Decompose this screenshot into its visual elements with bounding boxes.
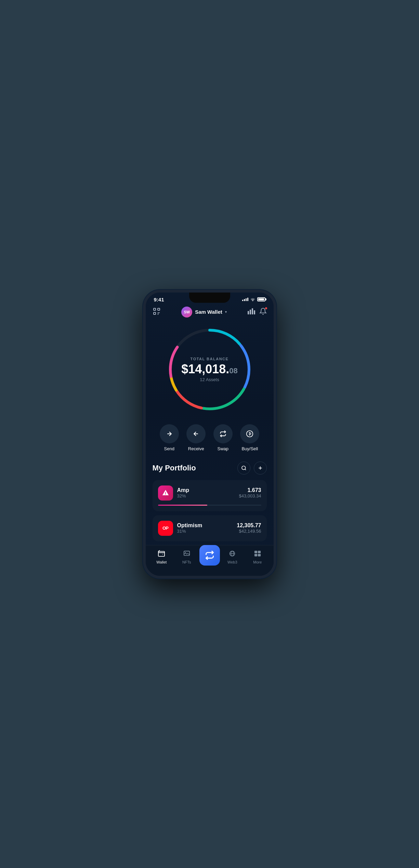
wallet-nav-label: Wallet (156, 560, 167, 564)
svg-rect-2 (154, 312, 156, 314)
nfts-nav-label: NFTs (182, 560, 191, 564)
portfolio-header: My Portfolio (153, 462, 267, 475)
nav-item-center[interactable] (199, 545, 220, 569)
avatar: SW (181, 307, 192, 318)
web3-nav-label: Web3 (227, 560, 237, 564)
nav-item-wallet[interactable]: Wallet (149, 550, 174, 564)
asset-card-amp[interactable]: Amp 32% 1.673 $43,003.34 (153, 480, 267, 511)
amp-icon (158, 485, 173, 501)
optimism-icon: OP (158, 521, 173, 536)
portfolio-title: My Portfolio (153, 464, 196, 472)
more-nav-icon (254, 550, 261, 559)
svg-rect-0 (154, 308, 156, 310)
asset-right-optimism: 12,305.77 $42,149.56 (237, 522, 261, 534)
asset-value-amp: $43,003.34 (239, 493, 261, 498)
asset-info-optimism: Optimism 31% (177, 522, 202, 534)
portfolio-add-button[interactable] (254, 462, 267, 475)
svg-rect-35 (254, 554, 257, 556)
svg-rect-7 (250, 310, 251, 314)
buysell-label: Buy/Sell (241, 446, 258, 451)
send-icon (160, 424, 179, 443)
amp-progress-bar-container (158, 505, 261, 506)
center-action-button[interactable] (199, 545, 220, 566)
asset-right-amp: 1.673 $43,003.34 (239, 487, 261, 498)
asset-name-optimism: Optimism (177, 522, 202, 529)
svg-rect-8 (252, 308, 253, 314)
chart-icon[interactable] (248, 308, 255, 316)
svg-rect-3 (158, 312, 159, 313)
balance-text: TOTAL BALANCE $14,018.08 12 Assets (181, 357, 238, 382)
notch (189, 293, 230, 303)
asset-amount-amp: 1.673 (239, 487, 261, 493)
wallet-nav-icon (158, 550, 165, 559)
buysell-button[interactable]: Buy/Sell (240, 424, 259, 451)
swap-icon (213, 424, 233, 443)
asset-info-amp: Amp 32% (177, 487, 189, 498)
svg-rect-34 (258, 550, 261, 553)
nav-item-nfts[interactable]: NFTs (174, 550, 199, 564)
notification-dot (265, 307, 267, 310)
balance-main: $14,018. (181, 362, 229, 376)
asset-row-amp: Amp 32% 1.673 $43,003.34 (158, 485, 261, 501)
balance-amount: $14,018.08 (181, 362, 238, 376)
battery-icon (257, 297, 265, 301)
scan-icon[interactable] (153, 307, 161, 317)
portfolio-section: My Portfolio (146, 462, 274, 541)
send-button[interactable]: Send (160, 424, 179, 451)
asset-pct-amp: 32% (177, 493, 189, 498)
web3-nav-icon (228, 550, 236, 559)
action-buttons: Send Receive (146, 421, 274, 462)
chevron-down-icon: ▾ (225, 310, 227, 314)
phone-frame: 9:41 (143, 290, 276, 579)
svg-rect-4 (159, 312, 160, 313)
nav-item-more[interactable]: More (245, 550, 270, 564)
svg-point-26 (165, 494, 166, 494)
notification-bell[interactable] (259, 308, 267, 316)
svg-rect-33 (254, 550, 257, 553)
swap-button[interactable]: Swap (213, 424, 233, 451)
asset-amount-optimism: 12,305.77 (237, 522, 261, 529)
svg-line-21 (245, 469, 246, 470)
nfts-nav-icon (183, 550, 191, 559)
swap-label: Swap (217, 446, 228, 451)
asset-pct-optimism: 31% (177, 529, 202, 534)
user-selector[interactable]: SW Sam Wallet ▾ (181, 307, 226, 318)
receive-button[interactable]: Receive (186, 424, 206, 451)
balance-cents: 08 (229, 366, 237, 375)
svg-rect-27 (158, 551, 165, 556)
bottom-nav: Wallet NFTs (146, 545, 274, 576)
buysell-icon (240, 424, 259, 443)
svg-rect-6 (248, 311, 249, 314)
balance-ring: TOTAL BALANCE $14,018.08 12 Assets (165, 325, 254, 414)
amp-progress-bar (158, 505, 208, 506)
send-label: Send (164, 446, 174, 451)
balance-label: TOTAL BALANCE (181, 357, 238, 361)
receive-label: Receive (188, 446, 204, 451)
nav-item-web3[interactable]: Web3 (220, 550, 245, 564)
portfolio-search-button[interactable] (237, 462, 250, 475)
phone-screen: 9:41 (146, 293, 274, 576)
balance-section: TOTAL BALANCE $14,018.08 12 Assets (146, 322, 274, 421)
receive-icon (186, 424, 206, 443)
signal-icon (242, 298, 248, 301)
portfolio-actions (237, 462, 267, 475)
balance-assets: 12 Assets (181, 377, 238, 382)
svg-rect-1 (158, 308, 160, 310)
svg-rect-9 (254, 310, 255, 314)
asset-value-optimism: $42,149.56 (237, 529, 261, 534)
svg-rect-36 (258, 554, 261, 556)
user-name: Sam Wallet (195, 309, 222, 315)
asset-left-amp: Amp 32% (158, 485, 189, 501)
status-time: 9:41 (154, 297, 164, 302)
wifi-icon (250, 297, 256, 302)
asset-card-optimism[interactable]: OP Optimism 31% 12,305.77 $42,149.56 (153, 515, 267, 541)
asset-row-optimism: OP Optimism 31% 12,305.77 $42,149.56 (158, 521, 261, 536)
app-header: SW Sam Wallet ▾ (146, 304, 274, 322)
status-icons (242, 297, 265, 302)
svg-point-29 (185, 552, 186, 553)
asset-name-amp: Amp (177, 487, 189, 493)
svg-point-20 (242, 466, 246, 470)
header-right (248, 308, 267, 316)
asset-left-optimism: OP Optimism 31% (158, 521, 202, 536)
more-nav-label: More (253, 560, 262, 564)
